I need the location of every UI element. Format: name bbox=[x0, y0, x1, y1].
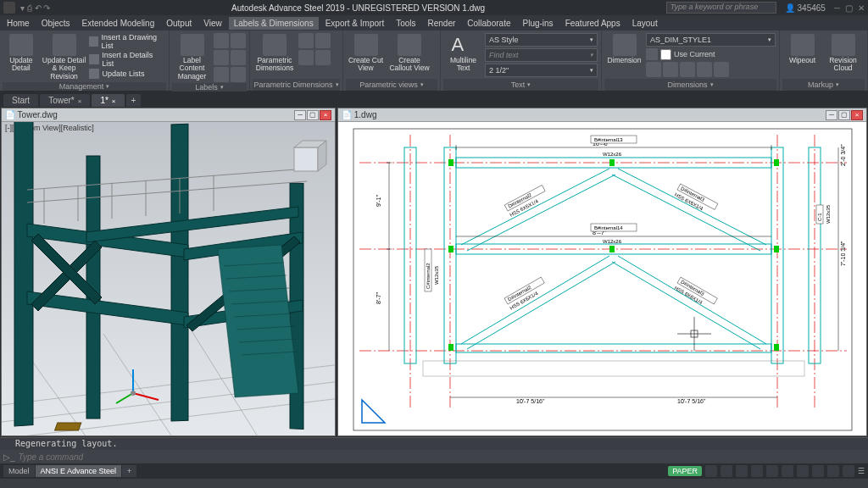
wipeout-button[interactable]: Wipeout bbox=[783, 33, 821, 65]
dim-tool-icon[interactable] bbox=[646, 62, 661, 77]
create-cut-view-button[interactable]: Create Cut View bbox=[347, 33, 385, 74]
update-lists[interactable]: Update Lists bbox=[89, 69, 165, 79]
pane-close-icon[interactable]: × bbox=[320, 110, 331, 120]
doc-tab-start[interactable]: Start bbox=[3, 94, 38, 107]
app-logo-icon[interactable] bbox=[3, 2, 15, 14]
status-icon[interactable] bbox=[782, 465, 793, 477]
panel-management[interactable]: Management bbox=[3, 82, 166, 91]
text-height-dropdown[interactable]: 2 1/2" bbox=[485, 64, 598, 77]
signin[interactable]: 👤 345465 bbox=[785, 3, 826, 13]
insert-details-list[interactable]: Insert a Details List bbox=[89, 51, 165, 68]
menu-objects[interactable]: Objects bbox=[36, 17, 75, 30]
dim-tool-icon[interactable] bbox=[680, 62, 695, 77]
panel-text[interactable]: Text bbox=[443, 79, 598, 91]
use-current-checkbox[interactable] bbox=[660, 49, 671, 60]
menu-render[interactable]: Render bbox=[423, 17, 461, 30]
dim-tool-icon[interactable] bbox=[714, 62, 729, 77]
label-content-manager-button[interactable]: Label Content Manager bbox=[173, 33, 211, 81]
pane-maximize-icon[interactable]: ▢ bbox=[838, 110, 850, 120]
dim-tool-icon[interactable] bbox=[697, 62, 712, 77]
menu-labels-dimensions[interactable]: Labels & Dimensions bbox=[229, 17, 319, 30]
help-search-input[interactable]: Type a keyword or phrase bbox=[666, 2, 776, 14]
insert-drawing-list[interactable]: Insert a Drawing List bbox=[89, 33, 165, 50]
svg-text:7'-10 3/4": 7'-10 3/4" bbox=[840, 241, 846, 266]
doc-tab-tower[interactable]: Tower*× bbox=[40, 94, 90, 107]
menu-layout[interactable]: Layout bbox=[627, 17, 663, 30]
menu-output[interactable]: Output bbox=[161, 17, 197, 30]
svg-line-63 bbox=[612, 175, 760, 251]
status-icon[interactable] bbox=[736, 465, 748, 477]
dim-tool-icon[interactable] bbox=[663, 62, 678, 77]
status-menu-icon[interactable]: ☰ bbox=[858, 467, 865, 475]
menu-view[interactable]: View bbox=[198, 17, 227, 30]
menu-featured[interactable]: Featured Apps bbox=[560, 17, 626, 30]
label-icon[interactable] bbox=[231, 67, 246, 82]
close-icon[interactable]: ✕ bbox=[858, 3, 865, 13]
dim-icon[interactable] bbox=[315, 33, 331, 48]
revision-cloud-button[interactable]: Revision Cloud bbox=[824, 33, 862, 74]
svg-rect-71 bbox=[448, 344, 453, 351]
layout-tab-ansi[interactable]: ANSI E Advance Steel bbox=[36, 465, 122, 477]
doc-tab-1[interactable]: 1*× bbox=[92, 94, 124, 107]
dim-icon[interactable] bbox=[298, 33, 314, 48]
paper-toggle[interactable]: PAPER bbox=[668, 466, 702, 476]
quick-access[interactable]: ▾ ⎙ ↶ ↷ bbox=[20, 3, 50, 13]
parametric-dimensions-button[interactable]: Parametric Dimensions bbox=[253, 33, 296, 74]
pane-title-right: 📄 1.dwg bbox=[342, 110, 376, 119]
layout-tab-add[interactable]: + bbox=[122, 465, 136, 477]
menu-plugins[interactable]: Plug-ins bbox=[517, 17, 558, 30]
svg-text:W12x26: W12x26 bbox=[603, 239, 622, 244]
status-icon[interactable] bbox=[766, 465, 778, 477]
label-icon[interactable] bbox=[231, 33, 246, 48]
panel-parametric-views[interactable]: Parametric views bbox=[346, 79, 437, 91]
pane-maximize-icon[interactable]: ▢ bbox=[307, 110, 319, 120]
menu-export-import[interactable]: Export & Import bbox=[320, 17, 389, 30]
label-icon[interactable] bbox=[214, 67, 229, 82]
status-icon[interactable] bbox=[705, 465, 717, 477]
pane-minimize-icon[interactable]: ─ bbox=[294, 110, 306, 120]
status-bar: Model ANSI E Advance Steel + PAPER ☰ bbox=[0, 463, 868, 479]
menu-extended[interactable]: Extended Modeling bbox=[77, 17, 160, 30]
panel-dimensions[interactable]: Dimensions bbox=[604, 79, 776, 91]
panel-labels[interactable]: Labels bbox=[172, 83, 247, 92]
label-icon[interactable] bbox=[214, 33, 229, 48]
label-icon[interactable] bbox=[231, 50, 246, 65]
menu-tools[interactable]: Tools bbox=[391, 17, 420, 30]
dimension-button[interactable]: Dimension bbox=[605, 33, 643, 65]
viewport-2d[interactable]: 16'--6" 8'--7" 9'-1" 8'-7" 10'-7 5/16" 1… bbox=[338, 122, 866, 435]
command-input[interactable] bbox=[19, 452, 865, 462]
panel-parametric-dimensions[interactable]: Parametric Dimensions bbox=[253, 79, 340, 91]
svg-rect-6 bbox=[14, 122, 33, 426]
dim-icon[interactable] bbox=[315, 50, 331, 65]
svg-line-65 bbox=[467, 262, 615, 349]
menu-collaborate[interactable]: Collaborate bbox=[462, 17, 515, 30]
status-icon[interactable] bbox=[843, 465, 854, 477]
svg-line-39 bbox=[116, 393, 133, 403]
status-icon[interactable] bbox=[721, 465, 732, 477]
label-icon[interactable] bbox=[214, 50, 229, 65]
maximize-icon[interactable]: ▢ bbox=[845, 3, 853, 13]
new-tab-button[interactable]: + bbox=[126, 94, 142, 107]
dim-style-dropdown[interactable]: AS_DIM_STYLE1 bbox=[646, 33, 776, 47]
text-style-dropdown[interactable]: AS Style bbox=[485, 33, 598, 47]
find-text-input[interactable]: Find text bbox=[485, 48, 598, 62]
svg-marker-121 bbox=[362, 400, 385, 423]
pane-minimize-icon[interactable]: ─ bbox=[826, 110, 837, 120]
status-icon[interactable] bbox=[827, 465, 839, 477]
svg-text:W12x26: W12x26 bbox=[603, 152, 622, 157]
menu-home[interactable]: Home bbox=[2, 17, 35, 30]
dim-icon[interactable] bbox=[298, 50, 314, 65]
pane-close-icon[interactable]: × bbox=[851, 110, 863, 120]
status-icon[interactable] bbox=[797, 465, 809, 477]
multiline-text-button[interactable]: AMultiline Text bbox=[444, 33, 482, 74]
create-callout-view-button[interactable]: Create Callout View bbox=[387, 33, 431, 74]
update-detail-button[interactable]: Update Detail bbox=[3, 33, 39, 74]
minimize-icon[interactable]: ─ bbox=[834, 3, 840, 13]
status-icon[interactable] bbox=[751, 465, 763, 477]
update-keep-button[interactable]: Update Detail & Keep Revision bbox=[42, 33, 87, 81]
workspace: 📄 Tower.dwg ─▢× [-][Custom View][Realist… bbox=[0, 107, 868, 437]
panel-markup[interactable]: Markup bbox=[782, 79, 865, 91]
viewport-3d[interactable]: [-][Custom View][Realistic] bbox=[2, 122, 335, 435]
layout-tab-model[interactable]: Model bbox=[3, 465, 35, 477]
status-icon[interactable] bbox=[812, 465, 824, 477]
